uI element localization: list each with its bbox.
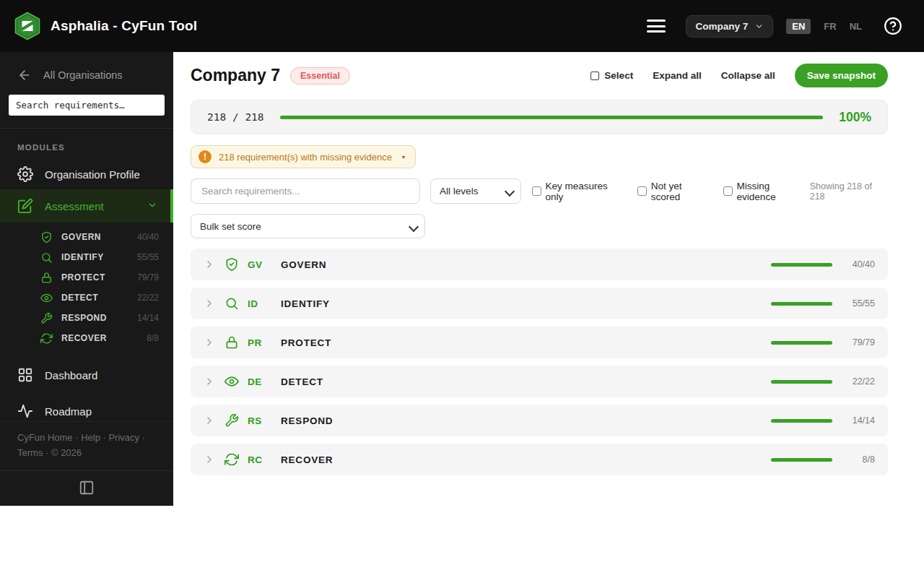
lang-en-button[interactable]: EN [786, 19, 811, 34]
subnav-count: 8/8 [147, 333, 159, 343]
sidebar-item-dashboard[interactable]: Dashboard [0, 360, 173, 390]
category-row-detect[interactable]: DE DETECT 22/22 [191, 366, 888, 397]
missing-evidence-checkbox[interactable] [723, 186, 733, 196]
category-code: RC [248, 454, 266, 465]
topbar: Asphalia - CyFun Tool Company 7 EN FR NL [0, 0, 924, 52]
select-checkbox[interactable] [590, 72, 599, 80]
select-toggle[interactable]: Select [590, 70, 633, 81]
bulk-row: Bulk set score [191, 214, 888, 238]
warning-text: 218 requirement(s) with missing evidence [219, 152, 392, 163]
chevron-right-icon [204, 415, 215, 426]
not-yet-scored-filter[interactable]: Not yet scored [637, 181, 712, 202]
lang-nl-button[interactable]: NL [850, 21, 862, 32]
sidebar-item-label: Organisation Profile [45, 168, 140, 181]
asphalia-logo-icon [13, 12, 42, 40]
sidebar-item-assessment[interactable]: Assessment [0, 189, 173, 223]
category-progress-bar [771, 302, 832, 306]
category-progress-bar [771, 458, 832, 462]
menu-icon[interactable] [647, 20, 666, 33]
missing-evidence-warning[interactable]: ! 218 requirement(s) with missing eviden… [191, 145, 416, 168]
sidebar-item-label: Assessment [45, 200, 104, 212]
progress-bar [280, 116, 824, 119]
sidebar-item-recover[interactable]: RECOVER 8/8 [0, 328, 173, 348]
subnav-label: RECOVER [61, 333, 107, 343]
category-row-govern[interactable]: GV GOVERN 40/40 [191, 249, 888, 280]
sidebar-search-input[interactable] [9, 95, 165, 116]
eye-icon [225, 374, 239, 389]
main-header: Company 7 Essential Select Expand all Co… [191, 64, 888, 87]
category-name: GOVERN [281, 259, 326, 270]
chevron-down-icon [147, 200, 157, 212]
category-count: 22/22 [834, 376, 875, 387]
sidebar-item-organisation-profile[interactable]: Organisation Profile [0, 159, 173, 189]
category-progress-bar [771, 419, 832, 423]
sidebar-item-respond[interactable]: RESPOND 14/14 [0, 308, 173, 328]
sidebar-item-detect[interactable]: DETECT 22/22 [0, 288, 173, 308]
level-select-wrap: All levels [430, 178, 520, 204]
category-count: 40/40 [834, 259, 875, 269]
page-title: Company 7 [191, 66, 280, 85]
subnav-label: DETECT [61, 293, 98, 303]
footer-links[interactable]: CyFun Home · Help · Privacy · Terms · © … [0, 422, 173, 470]
sidebar-nav: Organisation Profile Assessment GOVERN 4… [0, 159, 173, 462]
refresh-icon [225, 452, 239, 467]
bulk-select-wrap: Bulk set score [191, 214, 425, 238]
collapse-all-button[interactable]: Collapse all [721, 70, 775, 81]
app-title: Asphalia - CyFun Tool [51, 18, 197, 34]
company-selector-label: Company 7 [695, 21, 748, 32]
sidebar-footer: CyFun Home · Help · Privacy · Terms · © … [0, 421, 173, 506]
sidebar-item-label: Roadmap [45, 405, 92, 418]
category-count: 14/14 [834, 415, 875, 426]
lock-icon [225, 335, 239, 350]
chevron-right-icon [204, 337, 215, 348]
category-code: GV [248, 259, 266, 270]
alert-icon: ! [199, 150, 212, 163]
company-selector[interactable]: Company 7 [686, 15, 773, 38]
sidebar-item-label: Dashboard [45, 369, 97, 381]
sidebar-item-protect[interactable]: PROTECT 79/79 [0, 267, 173, 288]
language-switcher: EN FR NL [786, 19, 862, 34]
sidebar-item-govern[interactable]: GOVERN 40/40 [0, 227, 173, 247]
category-row-identify[interactable]: ID IDENTIFY 55/55 [191, 288, 888, 319]
category-code: ID [248, 298, 266, 309]
missing-evidence-filter[interactable]: Missing evidence [723, 181, 810, 202]
search-input[interactable] [191, 178, 420, 204]
sidebar-collapse-button[interactable] [0, 471, 173, 506]
chevron-right-icon [204, 454, 215, 465]
subnav-count: 55/55 [137, 252, 159, 262]
header-actions: Select Expand all Collapse all Save snap… [590, 64, 888, 87]
assessment-subnav: GOVERN 40/40 IDENTIFY 55/55 PROTECT 79/7… [0, 223, 173, 354]
subnav-count: 40/40 [137, 232, 159, 242]
category-name: PROTECT [281, 337, 331, 348]
shield-check-icon [225, 257, 239, 272]
key-measures-checkbox[interactable] [532, 186, 541, 196]
search-icon [40, 251, 53, 264]
level-select[interactable]: All levels [430, 178, 520, 204]
modules-section-label: MODULES [0, 129, 173, 159]
overall-progress-card: 218 / 218 100% [191, 100, 888, 134]
expand-all-button[interactable]: Expand all [653, 70, 702, 81]
lang-fr-button[interactable]: FR [824, 21, 836, 32]
sidebar-item-identify[interactable]: IDENTIFY 55/55 [0, 247, 173, 267]
subnav-count: 79/79 [137, 272, 159, 282]
category-list: GV GOVERN 40/40 ID IDENTIFY 55/55 PR PRO… [191, 249, 888, 475]
chevron-right-icon [204, 298, 215, 309]
category-progress-bar [771, 341, 832, 345]
help-icon[interactable] [884, 17, 902, 35]
subnav-count: 14/14 [137, 313, 159, 323]
category-count: 79/79 [834, 337, 875, 348]
bulk-set-score-select[interactable]: Bulk set score [191, 214, 425, 238]
category-count: 8/8 [834, 454, 875, 465]
back-to-organisations[interactable]: All Organisations [0, 52, 173, 82]
key-measures-filter[interactable]: Key measures only [532, 181, 627, 202]
category-row-respond[interactable]: RS RESPOND 14/14 [191, 405, 888, 436]
not-yet-scored-checkbox[interactable] [637, 186, 647, 196]
wrench-icon [40, 312, 53, 324]
chevron-right-icon [204, 376, 215, 387]
save-snapshot-button[interactable]: Save snapshot [795, 64, 888, 87]
subnav-count: 22/22 [137, 293, 159, 303]
category-name: DETECT [281, 376, 323, 387]
category-row-protect[interactable]: PR PROTECT 79/79 [191, 327, 888, 358]
category-row-recover[interactable]: RC RECOVER 8/8 [191, 444, 888, 475]
category-code: PR [248, 337, 266, 348]
